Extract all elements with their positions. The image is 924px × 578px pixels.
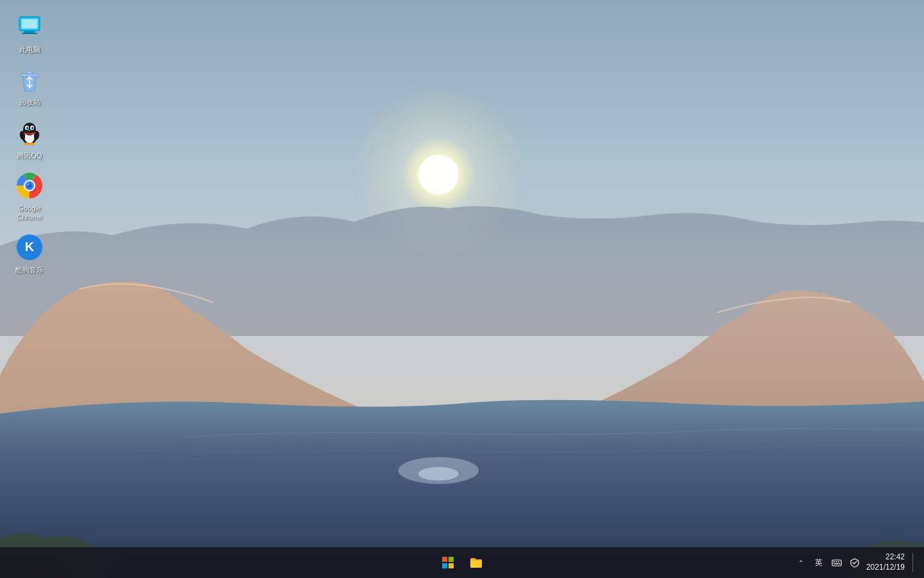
- svg-text:K: K: [25, 240, 35, 254]
- windows-logo-icon: [442, 557, 454, 568]
- svg-point-5: [418, 467, 459, 480]
- language-indicator[interactable]: 英: [812, 556, 825, 570]
- clock-time: 22:42: [886, 552, 905, 563]
- chrome-icon: [15, 171, 44, 200]
- desktop-icon-google-chrome[interactable]: Google Chrome: [5, 166, 54, 226]
- svg-point-19: [27, 127, 28, 128]
- svg-rect-10: [22, 19, 37, 28]
- desktop-icon-qq[interactable]: 腾讯QQ: [5, 114, 54, 164]
- qq-icon-image: [14, 118, 45, 148]
- kuwo-icon: K: [15, 233, 44, 261]
- desktop-icon-recycle-bin[interactable]: 回收站: [5, 60, 54, 110]
- desktop-icons: 此电脑 回收站: [0, 0, 59, 286]
- svg-rect-40: [834, 563, 835, 565]
- kuwo-icon-image: K: [14, 232, 45, 263]
- svg-rect-42: [839, 563, 840, 565]
- security-icon[interactable]: [848, 556, 861, 569]
- svg-rect-33: [449, 557, 454, 562]
- chrome-icon-image: [14, 170, 45, 201]
- svg-rect-32: [442, 557, 447, 562]
- svg-rect-9: [22, 33, 37, 34]
- svg-point-20: [32, 127, 33, 128]
- recycle-bin-label: 回收站: [19, 98, 40, 107]
- desktop: 此电脑 回收站: [0, 0, 924, 578]
- keyboard-icon: [832, 557, 842, 568]
- landscape-svg: [0, 0, 924, 578]
- svg-rect-11: [21, 74, 38, 76]
- qq-icon: [15, 119, 44, 147]
- show-desktop-button[interactable]: [912, 553, 916, 572]
- input-method-icon[interactable]: [830, 556, 843, 569]
- recycle-bin-icon: [15, 66, 44, 94]
- svg-rect-41: [835, 563, 838, 565]
- taskbar-center: [435, 550, 489, 575]
- taskbar-right: ⌃ 英: [794, 552, 916, 572]
- start-button[interactable]: [435, 550, 461, 575]
- svg-point-29: [28, 183, 30, 185]
- qq-label: 腾讯QQ: [17, 151, 42, 160]
- taskbar: ⌃ 英: [0, 547, 924, 578]
- svg-rect-38: [835, 561, 837, 563]
- shield-icon: [850, 557, 860, 568]
- kuwo-label: 酷狗音乐: [15, 265, 44, 274]
- svg-rect-37: [834, 561, 835, 563]
- desktop-icon-kuwo-music[interactable]: K 酷狗音乐: [5, 228, 54, 278]
- svg-point-24: [30, 143, 35, 145]
- svg-rect-8: [24, 31, 35, 33]
- clock-date: 2021/12/19: [866, 563, 905, 573]
- file-explorer-icon: [469, 556, 483, 570]
- my-computer-label: 此电脑: [19, 45, 40, 54]
- svg-point-23: [24, 143, 30, 145]
- chrome-label: Google Chrome: [8, 204, 51, 222]
- clock[interactable]: 22:42 2021/12/19: [866, 552, 905, 572]
- desktop-icon-my-computer[interactable]: 此电脑: [5, 8, 54, 58]
- svg-rect-34: [442, 563, 447, 568]
- svg-rect-35: [449, 563, 454, 568]
- recycle-bin-icon-image: [14, 64, 45, 95]
- svg-point-3: [418, 155, 459, 195]
- monitor-icon: [15, 13, 44, 41]
- my-computer-icon-image: [14, 12, 45, 42]
- file-explorer-button[interactable]: [463, 550, 489, 575]
- svg-rect-39: [838, 561, 839, 563]
- show-hidden-icons-button[interactable]: ⌃: [794, 556, 807, 569]
- svg-rect-36: [832, 560, 841, 566]
